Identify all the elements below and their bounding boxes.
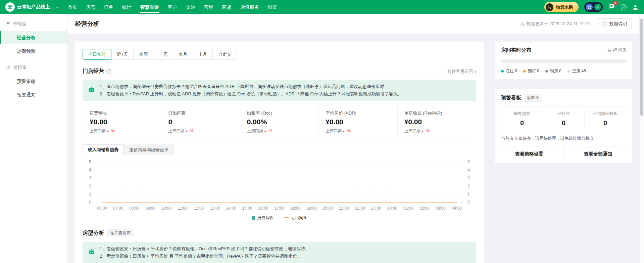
ai-robot-icon [88, 248, 95, 257]
legend-item[interactable]: 房费营收 [252, 215, 274, 221]
up-caret-icon: ▴ [422, 129, 425, 133]
nav-item[interactable]: 营销 [200, 0, 218, 14]
alert-stat: 平均响应时长0 [585, 111, 626, 127]
period-tab[interactable]: 本周 [133, 49, 153, 60]
top-nav: 云 云掌柜产品线上... ▾ 首页房态订单统计智慧军师客户渠道营销商超增值服务设… [0, 0, 644, 14]
period-tab[interactable]: 上月 [193, 49, 213, 60]
period-tab[interactable]: 今日实时 [83, 49, 111, 60]
svg-text:2: 2 [89, 184, 91, 188]
clock-icon: ◷ [520, 21, 524, 27]
distribution-legend-item: 锁房 0 [545, 68, 561, 74]
store-tips-box: 1、看市场需求：间夜增长但房费营收持平？需结合图表查看是否 ADR 下降所致。间… [83, 80, 476, 101]
kpi-compare: 上周同期 ▴ -% [404, 128, 469, 134]
yunzhanggui-logo-icon: 云 [5, 2, 15, 12]
help-icon[interactable]: ? [621, 4, 627, 10]
ai-robot-icon [88, 86, 95, 95]
data-help-button[interactable]: ? 数据说明 [597, 18, 632, 29]
period-tab[interactable]: 自定义 [212, 49, 237, 60]
status-dot-icon [501, 70, 504, 73]
nav-item[interactable]: 客户 [163, 0, 182, 14]
nav-item[interactable]: 设置 [263, 0, 282, 14]
kpi-delta: -% [110, 129, 115, 133]
supplies-purchase-promo-button[interactable]: 物资采购 [544, 2, 579, 12]
alert-stat-label: 触发预警 [501, 111, 543, 117]
legend-item[interactable]: 订出间夜 [284, 215, 307, 221]
page-scrollbar-track[interactable] [639, 14, 644, 263]
chart-tab[interactable]: 收入与销售趋势 [83, 144, 124, 155]
cart-icon [546, 3, 553, 11]
messages-button[interactable]: 1 [608, 3, 615, 11]
user-icon[interactable] [632, 4, 639, 10]
room-distribution-card: 房间实时分布 共 45 间房 在住 0预订 0锁房 0空房 45 [495, 42, 632, 79]
sidebar-item[interactable]: 预警通知 [0, 88, 67, 101]
room-type-tip-lines: 1、看促销效果：日历价 > 平均房价？说明有促销。Occ 和 RevPAR 涨了… [100, 245, 309, 260]
alert-action-button[interactable]: 查看策略设置 [495, 146, 563, 158]
room-distribution-title: 房间实时分布 [501, 47, 531, 53]
period-tab[interactable]: 上周 [153, 49, 173, 60]
svg-text:06:00: 06:00 [97, 206, 107, 211]
svg-text:1: 1 [467, 192, 470, 196]
alert-stat-value: 0 [585, 119, 626, 127]
sidebar: 作战室经营分析远期预测情报室预警策略预警通知 [0, 14, 68, 263]
data-updated-timestamp: ◷ 数据更新于 2025-10-24 11:19:19 [520, 21, 590, 27]
sidebar-section-title: 作战室 [0, 14, 67, 31]
up-caret-icon: ▴ [343, 129, 346, 133]
alert-todo-line: 当前有 0 条待办，请尽快处理，以免错过收益机会 [501, 136, 626, 141]
kpi-label: 平均房价 (ADR) [326, 110, 390, 116]
sidebar-item[interactable]: 远期预测 [0, 44, 67, 58]
chart-tab[interactable]: 定价策略与经营效率 [124, 144, 174, 155]
alert-board-title: 预警看板 [501, 95, 521, 101]
alert-stat-value: 0 [543, 119, 584, 127]
intel-room-icon [6, 65, 11, 70]
message-badge: 1 [613, 1, 618, 5]
nav-item[interactable]: 增值服务 [236, 0, 263, 14]
page-scrollbar-thumb[interactable] [640, 18, 643, 116]
kpi-value: ¥0.00 [404, 118, 469, 126]
kpi-row: 房费营收¥0.00上周同期 ▴ -%订出间夜0上周同期 ▴ -%出租率 (Occ… [83, 106, 476, 138]
sidebar-item[interactable]: 预警策略 [0, 75, 67, 88]
svg-text:18:00: 18:00 [291, 206, 301, 211]
period-tab[interactable]: 本月 [173, 49, 193, 60]
store-help-icon[interactable]: ? [106, 69, 111, 74]
check-shield-icon[interactable]: ✓ [594, 4, 601, 10]
nav-item[interactable]: 智慧军师 [136, 0, 163, 14]
nav-item[interactable]: 统计 [118, 0, 136, 14]
svg-text:21:00: 21:00 [339, 206, 349, 211]
app-grid-icon[interactable] [586, 4, 593, 10]
chevron-down-icon: ▾ [56, 5, 58, 9]
alert-stat-value: 0 [501, 119, 543, 127]
svg-text:00:00: 00:00 [387, 206, 397, 211]
svg-text:4: 4 [89, 168, 91, 172]
kpi-card: 订出间夜0上周同期 ▴ -% [161, 106, 240, 138]
distribution-legend-label: 空房 45 [572, 68, 586, 74]
todo-suffix: 条待办，请尽快处理，以免错过收益机会 [517, 136, 594, 141]
nav-item[interactable]: 渠道 [182, 0, 200, 14]
nav-item[interactable]: 订单 [100, 0, 118, 14]
legend-line-icon [284, 217, 289, 218]
svg-text:5: 5 [89, 160, 91, 164]
sort-by-nights-tag[interactable]: 按间夜排序 [107, 229, 134, 237]
nav-item[interactable]: 首页 [63, 0, 82, 14]
room-total-label: 共 45 间房 [607, 47, 626, 53]
svg-text:1: 1 [89, 192, 91, 196]
nav-item[interactable]: 商超 [218, 0, 236, 14]
tip-line: 2、看经营效率：RevPAR 上升时，观察是 ADR 提升（调价有效）还是 Oc… [100, 90, 402, 98]
chart-tabs: 收入与销售趋势定价策略与经营效率 [83, 144, 174, 155]
sidebar-item[interactable]: 经营分析 [0, 31, 67, 44]
goto-room-operations-link[interactable]: 前往客房运营 › [447, 69, 476, 75]
todo-count: 0 [515, 136, 517, 141]
nav-item[interactable]: 房态 [82, 0, 100, 14]
property-selector[interactable]: 云 云掌柜产品线上... ▾ [5, 2, 58, 12]
tip-line: 2、看定价策略：日历价 ≈ 平均房价 且 平均价稳？说明定价合理。RevPAR … [100, 253, 309, 260]
svg-text:02:00: 02:00 [419, 206, 430, 211]
svg-text:3: 3 [89, 176, 91, 180]
header-right: ◷ 数据更新于 2025-10-24 11:19:19 ? 数据说明 [520, 18, 632, 29]
distribution-legend-label: 预订 0 [528, 68, 539, 74]
kpi-compare: 上周同期 ▴ -% [247, 128, 312, 134]
tip-line: 1、看促销效果：日历价 > 平均房价？说明有促销。Occ 和 RevPAR 涨了… [100, 245, 309, 253]
svg-text:0: 0 [467, 200, 470, 205]
alert-action-button[interactable]: 查看全部通知 [563, 146, 632, 158]
svg-text:4: 4 [467, 168, 470, 172]
period-tab[interactable]: 近7天 [111, 49, 134, 60]
svg-text:2: 2 [467, 184, 470, 188]
